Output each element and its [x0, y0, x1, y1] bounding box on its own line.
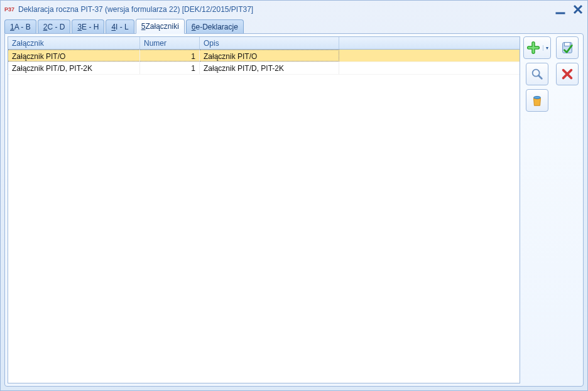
table-row[interactable]: Załącznik PIT/D, PIT-2K1Załącznik PIT/D,… [8, 62, 520, 75]
app-icon: P37 [4, 4, 14, 14]
grid-toolbar: ▾ [524, 36, 550, 383]
column-header-opis[interactable]: Opis [200, 37, 339, 49]
titlebar: P37 Deklaracja roczna PIT-37 (wersja for… [1, 1, 587, 18]
column-header-spacer [339, 37, 520, 49]
add-dropdown-arrow[interactable]: ▾ [543, 45, 550, 51]
tab-strip: 1 A - B2 C - D3 E - H4 I - L5 Załączniki… [1, 18, 587, 33]
tab-6[interactable]: 6 e-Deklaracje [186, 19, 244, 33]
tab-2[interactable]: 2 C - D [38, 19, 71, 33]
grid-header: Załącznik Numer Opis [8, 37, 520, 50]
close-icon [560, 67, 574, 81]
window-frame: P37 Deklaracja roczna PIT-37 (wersja for… [0, 0, 588, 391]
window-controls [555, 4, 584, 14]
column-header-zalacznik[interactable]: Załącznik [8, 37, 140, 49]
svg-point-5 [534, 96, 541, 99]
grid-body[interactable]: Załącznik PIT/O1Załącznik PIT/OZałącznik… [8, 50, 520, 383]
save-button[interactable] [556, 36, 579, 59]
magnifier-icon [530, 67, 544, 81]
cell-zalacznik: Załącznik PIT/D, PIT-2K [8, 62, 140, 74]
close-button[interactable] [572, 4, 584, 14]
add-button[interactable]: ▾ [523, 36, 551, 59]
floppy-check-icon [560, 41, 574, 55]
plus-icon [526, 41, 540, 55]
cell-numer: 1 [140, 50, 200, 62]
cell-opis: Załącznik PIT/O [200, 50, 339, 62]
client-area: Załącznik Numer Opis Załącznik PIT/O1Zał… [4, 33, 584, 387]
window-title: Deklaracja roczna PIT-37 (wersja formula… [18, 5, 555, 14]
tab-1[interactable]: 1 A - B [4, 19, 36, 33]
tab-4[interactable]: 4 I - L [106, 19, 134, 33]
cell-zalacznik: Załącznik PIT/O [8, 50, 140, 62]
cancel-button[interactable] [556, 63, 579, 85]
tab-5[interactable]: 5 Załączniki [136, 19, 185, 34]
cell-numer: 1 [140, 62, 200, 74]
tab-3[interactable]: 3 E - H [72, 19, 104, 33]
attachment-grid: Załącznik Numer Opis Załącznik PIT/O1Zał… [8, 36, 520, 383]
cell-opis: Załącznik PIT/D, PIT-2K [200, 62, 339, 74]
column-header-numer[interactable]: Numer [140, 37, 200, 49]
content-area: Załącznik Numer Opis Załącznik PIT/O1Zał… [8, 36, 550, 383]
dialog-toolbar [554, 36, 580, 383]
trash-icon [530, 94, 544, 107]
preview-button[interactable] [526, 63, 548, 85]
delete-button[interactable] [526, 89, 548, 112]
svg-rect-7 [564, 43, 570, 46]
table-row[interactable]: Załącznik PIT/O1Załącznik PIT/O [8, 50, 520, 62]
minimize-button[interactable] [555, 4, 566, 14]
svg-line-4 [538, 75, 542, 78]
